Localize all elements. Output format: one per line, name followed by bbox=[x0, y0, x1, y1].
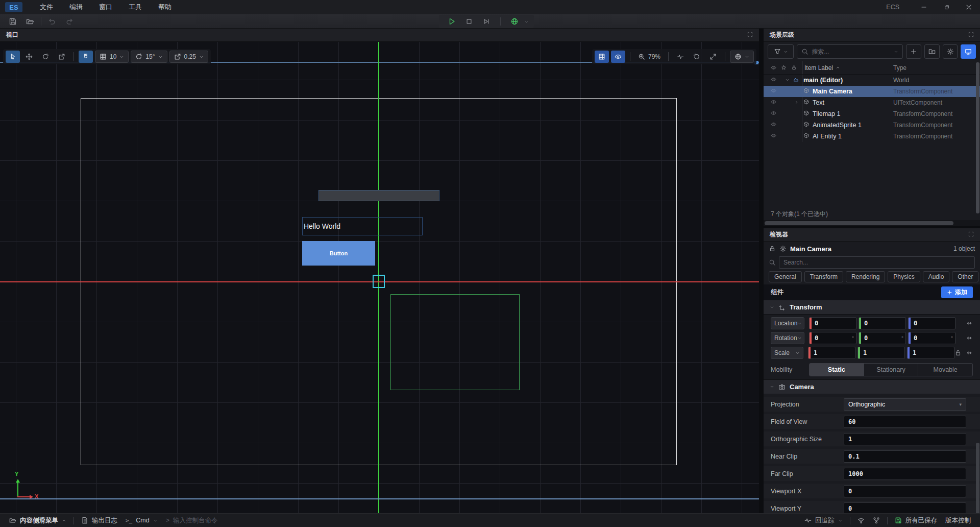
tab-rendering[interactable]: Rendering bbox=[846, 271, 885, 282]
row-label[interactable]: Tilemap 1 bbox=[813, 110, 840, 117]
move-tool-button[interactable] bbox=[22, 51, 36, 63]
hierarchy-search-box[interactable] bbox=[797, 44, 903, 59]
branch-button[interactable] bbox=[869, 517, 884, 524]
row-label[interactable]: AnimatedSprite 1 bbox=[813, 122, 862, 129]
tab-physics[interactable]: Physics bbox=[888, 271, 920, 282]
filter-button[interactable] bbox=[768, 44, 794, 59]
scale-snap-dropdown[interactable]: 0.25 bbox=[169, 51, 208, 63]
near-clip-input[interactable]: 0.1 bbox=[844, 450, 966, 463]
rotate-snap-dropdown[interactable]: 15° bbox=[131, 51, 167, 63]
selection-handle-square[interactable] bbox=[373, 275, 385, 288]
vertical-scrollbar[interactable] bbox=[976, 62, 979, 213]
row-label[interactable]: AI Entity 1 bbox=[813, 133, 842, 140]
close-button[interactable] bbox=[958, 0, 980, 14]
viewport-canvas[interactable]: Hello World Button Y X bbox=[0, 42, 759, 513]
network-status-button[interactable] bbox=[853, 517, 869, 524]
orthographic-size-input[interactable]: 1 bbox=[844, 433, 966, 445]
maximize-button[interactable] bbox=[935, 0, 958, 14]
unlock-icon[interactable] bbox=[769, 245, 776, 252]
horizontal-scrollbar[interactable] bbox=[764, 220, 980, 226]
visibility-eye-icon[interactable] bbox=[771, 133, 776, 140]
scale-z-field[interactable]: 1 bbox=[907, 347, 954, 359]
link-axes-icon[interactable] bbox=[966, 334, 973, 342]
inspector-search-box[interactable] bbox=[779, 256, 975, 269]
star-icon[interactable] bbox=[781, 65, 787, 70]
rotation-dropdown[interactable]: Rotation bbox=[771, 332, 804, 344]
save-button[interactable] bbox=[6, 15, 19, 28]
world-mode-button[interactable] bbox=[507, 15, 522, 28]
camera-section-header[interactable]: Camera bbox=[764, 379, 980, 394]
add-entity-button[interactable] bbox=[906, 44, 921, 59]
zoom-control[interactable]: 79% bbox=[635, 53, 664, 60]
open-button[interactable] bbox=[23, 15, 37, 28]
ui-text-element[interactable]: Hello World bbox=[302, 217, 423, 235]
content-drawer-button[interactable]: 内容侧滑菜单 bbox=[5, 516, 70, 525]
save-status[interactable]: 所有已保存 bbox=[891, 516, 942, 525]
output-log-button[interactable]: 输出日志 bbox=[77, 516, 121, 525]
tree-row-ai-entity[interactable]: AI Entity 1 TransformComponent bbox=[764, 131, 980, 142]
cmd-dropdown[interactable]: >_ Cmd bbox=[121, 517, 162, 524]
gear-icon[interactable] bbox=[779, 245, 787, 252]
rotation-y-field[interactable]: 0° bbox=[859, 332, 906, 344]
rotation-x-field[interactable]: 0° bbox=[809, 332, 856, 344]
runtime-view-button[interactable] bbox=[961, 44, 976, 59]
grid-visibility-button[interactable] bbox=[595, 51, 609, 63]
stop-button[interactable] bbox=[461, 15, 477, 28]
ui-button-element[interactable]: Button bbox=[302, 241, 375, 266]
hierarchy-search-input[interactable] bbox=[812, 48, 891, 55]
world-view-dropdown[interactable] bbox=[730, 51, 754, 63]
menu-edit[interactable]: 编辑 bbox=[61, 0, 91, 14]
visibility-eye-icon[interactable] bbox=[771, 88, 776, 95]
transform-section-header[interactable]: Transform bbox=[764, 300, 980, 315]
location-y-field[interactable]: 0 bbox=[859, 317, 906, 329]
menu-tools[interactable]: 工具 bbox=[120, 0, 150, 14]
version-control-button[interactable]: 版本控制 bbox=[941, 516, 975, 525]
play-button[interactable] bbox=[444, 15, 459, 28]
row-label[interactable]: Main Camera bbox=[813, 88, 852, 95]
eye-icon[interactable] bbox=[771, 65, 776, 70]
viewport-x-input[interactable]: 0 bbox=[844, 485, 966, 497]
expander-down-icon[interactable] bbox=[785, 77, 790, 84]
inspector-maximize-button[interactable] bbox=[968, 231, 974, 238]
stats-button[interactable] bbox=[673, 51, 688, 63]
menu-window[interactable]: 窗口 bbox=[91, 0, 120, 14]
row-label[interactable]: Text bbox=[813, 99, 824, 106]
fullscreen-button[interactable] bbox=[706, 51, 720, 63]
scrollbar-thumb[interactable] bbox=[765, 221, 953, 225]
link-axes-icon[interactable] bbox=[966, 320, 973, 327]
viewport-maximize-button[interactable] bbox=[747, 32, 753, 39]
expander-right-icon[interactable] bbox=[794, 99, 799, 106]
ui-slider-element[interactable] bbox=[318, 190, 439, 201]
unlock-icon[interactable] bbox=[954, 349, 962, 356]
location-z-field[interactable]: 0 bbox=[908, 317, 955, 329]
projection-dropdown[interactable]: Orthographic ▾ bbox=[844, 398, 966, 411]
location-dropdown[interactable]: Location bbox=[771, 317, 804, 329]
vertical-scrollbar[interactable] bbox=[976, 443, 979, 513]
mobility-stationary[interactable]: Stationary bbox=[864, 364, 919, 376]
scale-tool-button[interactable] bbox=[55, 51, 69, 63]
menu-file[interactable]: 文件 bbox=[32, 0, 61, 14]
tab-audio[interactable]: Audio bbox=[923, 271, 950, 282]
rotate-tool-button[interactable] bbox=[38, 51, 53, 63]
tree-row-animatedsprite[interactable]: AnimatedSprite 1 TransformComponent bbox=[764, 119, 980, 131]
redo-button[interactable] bbox=[63, 15, 76, 28]
tree-row-main-camera[interactable]: Main Camera TransformComponent bbox=[764, 86, 980, 97]
chevron-down-icon[interactable] bbox=[524, 19, 529, 24]
rotation-z-field[interactable]: 0° bbox=[908, 332, 955, 344]
row-label[interactable]: main (Editor) bbox=[803, 77, 843, 84]
viewport-y-input[interactable]: 0 bbox=[844, 502, 966, 514]
snap-toggle-button[interactable] bbox=[79, 51, 93, 63]
scale-x-field[interactable]: 1 bbox=[808, 347, 855, 359]
visibility-eye-icon[interactable] bbox=[771, 99, 776, 106]
visibility-eye-icon[interactable] bbox=[771, 77, 776, 84]
grid-snap-dropdown[interactable]: 10 bbox=[95, 51, 129, 63]
mobility-static[interactable]: Static bbox=[810, 364, 864, 376]
step-button[interactable] bbox=[479, 15, 494, 28]
app-logo[interactable]: ES bbox=[5, 2, 22, 12]
tab-transform[interactable]: Transform bbox=[804, 271, 843, 282]
lock-icon[interactable] bbox=[791, 65, 797, 70]
visibility-eye-icon[interactable] bbox=[771, 122, 776, 129]
tab-general[interactable]: General bbox=[769, 271, 802, 282]
column-item-label[interactable]: Item Label bbox=[802, 64, 840, 71]
hierarchy-settings-button[interactable] bbox=[943, 44, 958, 59]
